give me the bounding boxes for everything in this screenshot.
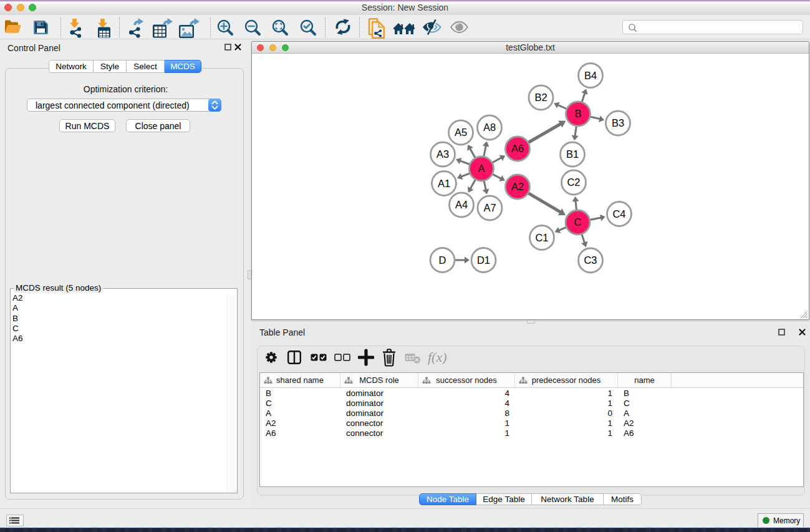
svg-text:C3: C3 (584, 254, 597, 266)
svg-text:D: D (439, 254, 446, 266)
svg-text:A7: A7 (483, 202, 496, 213)
svg-text:A5: A5 (455, 127, 467, 138)
svg-text:C1: C1 (535, 232, 548, 243)
svg-text:B3: B3 (612, 117, 624, 128)
svg-text:D1: D1 (477, 254, 490, 266)
svg-text:A4: A4 (455, 199, 468, 210)
svg-text:A: A (478, 163, 485, 174)
svg-text:C: C (574, 216, 582, 228)
svg-text:A1: A1 (438, 178, 450, 189)
svg-text:C4: C4 (612, 208, 625, 220)
svg-text:A3: A3 (436, 148, 449, 160)
svg-text:B: B (574, 108, 581, 119)
svg-text:A2: A2 (511, 181, 524, 192)
svg-text:B2: B2 (534, 92, 547, 103)
svg-text:B4: B4 (584, 70, 597, 81)
svg-text:A8: A8 (483, 122, 496, 133)
svg-text:A6: A6 (511, 143, 524, 154)
svg-text:B1: B1 (566, 148, 579, 160)
svg-text:C2: C2 (567, 177, 580, 188)
